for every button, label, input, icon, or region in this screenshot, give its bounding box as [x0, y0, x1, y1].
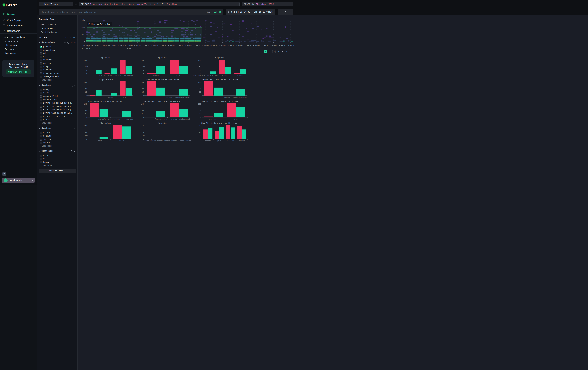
svg-text:50: 50	[85, 66, 87, 68]
svg-text:7:30am: 7:30am	[244, 45, 251, 47]
svg-text:gold: gold	[217, 140, 221, 142]
svg-text:25: 25	[199, 113, 201, 115]
svg-text:5: 5	[282, 51, 283, 53]
svg-text:4: 4	[143, 135, 144, 137]
svg-text:ResourceAttribu..ice.instance.: ResourceAttribu..ice.instance.id	[144, 100, 181, 103]
svg-text:SpanAttributes.app.loyalty.lev: SpanAttributes.app.loyalty.level	[201, 122, 239, 124]
svg-text:16: 16	[142, 125, 144, 127]
svg-text:6:30am: 6:30am	[228, 45, 234, 47]
svg-text:mastercard: mastercard	[209, 118, 219, 120]
svg-text:100: 100	[141, 59, 144, 61]
svg-text:payment-7985c8969c-mwmw7: payment-7985c8969c-mwmw7	[224, 97, 247, 98]
svg-text:2: 2	[269, 51, 270, 53]
svg-text:1: 1	[265, 51, 266, 53]
svg-text:4:00am: 4:00am	[185, 45, 192, 47]
svg-text:0: 0	[143, 73, 144, 75]
svg-text:0: 0	[143, 138, 144, 140]
svg-text:0: 0	[86, 117, 87, 118]
svg-text:2:00am: 2:00am	[151, 45, 158, 47]
svg-text:50: 50	[199, 66, 201, 68]
svg-text:0: 0	[200, 117, 201, 118]
svg-text:0: 0	[143, 95, 144, 97]
svg-text:400: 400	[82, 26, 85, 29]
svg-text:25: 25	[85, 91, 87, 93]
svg-text:12:00am: 12:00am	[116, 45, 124, 47]
svg-text:25: 25	[199, 91, 201, 93]
svg-text:583275: 583275	[157, 140, 163, 142]
svg-text:StatusCode: StatusCode	[100, 122, 111, 124]
svg-text:50: 50	[85, 110, 87, 111]
svg-text:842654: 842654	[178, 140, 184, 142]
svg-text:25: 25	[85, 135, 87, 137]
svg-text:11:30pm: 11:30pm	[108, 45, 116, 47]
svg-text:25: 25	[142, 91, 144, 93]
svg-text:759085: 759085	[164, 140, 170, 142]
svg-text:100: 100	[84, 59, 87, 61]
svg-text:9/14/25: 9/14/25	[82, 48, 90, 50]
svg-text:5:00am: 5:00am	[202, 45, 209, 47]
svg-text:0: 0	[84, 41, 85, 43]
svg-text:0: 0	[143, 117, 144, 118]
svg-text:200: 200	[82, 34, 85, 36]
svg-text:999176: 999176	[186, 140, 191, 142]
svg-text:0: 0	[86, 95, 87, 97]
svg-text:0: 0	[200, 95, 201, 97]
svg-text:Server: Server	[176, 75, 182, 76]
svg-text:4:30am: 4:30am	[193, 45, 200, 47]
svg-text:1:30am: 1:30am	[142, 45, 149, 47]
svg-text:50: 50	[199, 88, 201, 90]
svg-text:1405128: 1405128	[150, 140, 156, 142]
svg-text:3:30am: 3:30am	[177, 45, 183, 47]
svg-text:ResourceAttributes.host.name: ResourceAttributes.host.name	[146, 79, 179, 81]
svg-text:10:00am: 10:00am	[286, 45, 294, 47]
svg-text:platinum: platinum	[227, 140, 234, 142]
svg-text:‹: ‹	[260, 51, 262, 53]
svg-text:Internal: Internal	[152, 75, 160, 76]
svg-text:8:30am: 8:30am	[262, 45, 268, 47]
svg-text:10:30pm: 10:30pm	[91, 45, 99, 47]
svg-text:7:00am: 7:00am	[236, 45, 243, 47]
svg-text:bronze: bronze	[205, 140, 211, 142]
svg-text:11:00pm: 11:00pm	[99, 45, 107, 47]
svg-text:25: 25	[85, 69, 87, 71]
svg-text:ResourceAttributes.k8s.pod.nam: ResourceAttributes.k8s.pod.name	[202, 79, 238, 81]
svg-text:payment-7985c8969c-mwmw7: payment-7985c8969c-mwmw7	[167, 97, 190, 98]
svg-text:silver: silver	[239, 140, 245, 142]
svg-text:50: 50	[142, 88, 144, 90]
svg-text:payment: payment	[237, 75, 243, 76]
svg-text:f5344ec9-a1ea-4290-a62a-78f5be: f5344ec9-a1ea-4290-a62a-78f5bee8d90b	[155, 118, 190, 120]
svg-text:5e02b5fb-13ae-4296-bbbc-111f42: 5e02b5fb-13ae-4296-bbbc-111f423c460d	[98, 118, 133, 120]
svg-text:50: 50	[85, 88, 87, 90]
svg-text:25: 25	[85, 113, 87, 115]
svg-text:25: 25	[142, 69, 144, 71]
svg-text:visa: visa	[234, 118, 238, 120]
svg-text:0.1.0: 0.1.0	[108, 97, 113, 98]
svg-text:32: 32	[199, 125, 201, 127]
svg-text:@hyperdx/instrumentation-excep: @hyperdx/instrumentation-exception	[193, 75, 227, 76]
svg-text:100: 100	[84, 125, 87, 127]
svg-text:100: 100	[198, 59, 201, 61]
svg-text:Duration: Duration	[158, 122, 167, 124]
svg-text:50: 50	[85, 131, 87, 133]
svg-text:3: 3	[273, 51, 274, 53]
svg-text:50: 50	[199, 110, 201, 111]
svg-text:ScopeName: ScopeName	[215, 57, 225, 59]
svg-text:0: 0	[200, 73, 201, 75]
svg-text:9:00am: 9:00am	[270, 45, 277, 47]
svg-text:100: 100	[141, 81, 144, 83]
svg-text:100: 100	[198, 103, 201, 105]
svg-text:600: 600	[82, 19, 85, 21]
svg-text:Filter by Selection: Filter by Selection	[88, 23, 110, 26]
svg-text:100: 100	[198, 81, 201, 83]
svg-text:10:00pm: 10:00pm	[82, 45, 90, 47]
svg-text:807648: 807648	[171, 140, 177, 142]
svg-text:Unset: Unset	[119, 140, 125, 142]
svg-text:1019375: 1019375	[143, 140, 149, 142]
svg-text:SpanName: SpanName	[101, 57, 110, 59]
svg-text:12:30am: 12:30am	[125, 45, 133, 47]
svg-text:SpanAttributes...yment.card_ty: SpanAttributes...yment.card_type	[201, 100, 239, 103]
svg-text:4: 4	[278, 51, 279, 53]
svg-text:25: 25	[142, 113, 144, 115]
svg-text:0.51.1: 0.51.1	[123, 97, 129, 98]
svg-text:8: 8	[143, 131, 144, 133]
